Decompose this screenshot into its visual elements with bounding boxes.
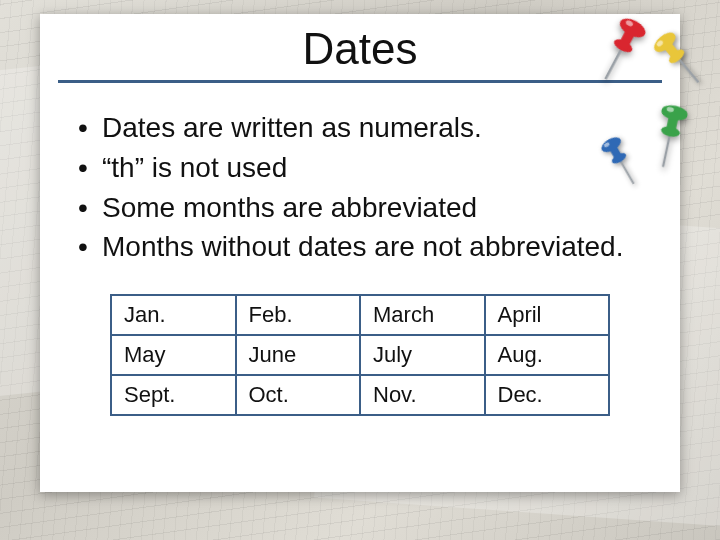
month-cell: Sept. [111,375,236,415]
svg-point-14 [666,106,674,112]
month-cell: Dec. [485,375,610,415]
svg-rect-12 [665,114,678,135]
svg-line-10 [663,134,670,167]
bullet-item: Some months are abbreviated [74,189,646,227]
page-title: Dates [58,24,662,74]
month-cell: March [360,295,485,335]
table-row: Jan. Feb. March April [111,295,609,335]
month-cell: April [485,295,610,335]
month-cell: Aug. [485,335,610,375]
bullet-item: Dates are written as numerals. [74,109,646,147]
svg-point-11 [660,125,681,138]
month-cell: July [360,335,485,375]
title-container: Dates [58,24,662,83]
svg-rect-7 [663,41,682,61]
bullet-item: “th” is not used [74,149,646,187]
bullet-list: Dates are written as numerals. “th” is n… [74,109,646,266]
table-row: May June July Aug. [111,335,609,375]
month-cell: Oct. [236,375,361,415]
slide-card: Dates Dates are written as numerals. “th… [40,14,680,492]
table-row: Sept. Oct. Nov. Dec. [111,375,609,415]
month-cell: June [236,335,361,375]
months-table: Jan. Feb. March April May June July Aug.… [110,294,610,416]
month-cell: Feb. [236,295,361,335]
bullet-item: Months without dates are not abbreviated… [74,228,646,266]
month-cell: Jan. [111,295,236,335]
month-cell: May [111,335,236,375]
month-cell: Nov. [360,375,485,415]
